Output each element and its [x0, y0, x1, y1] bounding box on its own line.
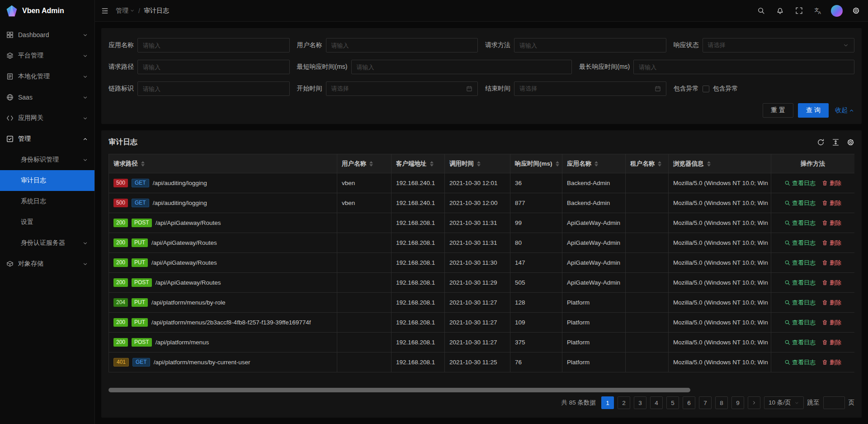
sidebar-item-label: 平台管理 — [18, 52, 78, 60]
storage-icon — [6, 260, 14, 267]
reset-button[interactable]: 重 置 — [763, 103, 793, 118]
delete-button[interactable]: 删除 — [822, 259, 841, 267]
page-button-7[interactable]: 7 — [699, 396, 712, 409]
trace-id-input[interactable] — [137, 81, 290, 96]
view-log-button[interactable]: 查看日志 — [784, 299, 816, 307]
page-button-5[interactable]: 5 — [666, 396, 679, 409]
logo[interactable]: Vben Admin — [0, 0, 94, 22]
delete-button[interactable]: 删除 — [822, 179, 841, 187]
sort-icon[interactable] — [658, 161, 661, 167]
search-button[interactable] — [751, 0, 770, 22]
browser-info-cell: Mozilla/5.0 (Windows NT 10.0; Win — [669, 193, 771, 213]
sidebar-item-platform-management[interactable]: 平台管理 — [0, 45, 94, 66]
refresh-icon[interactable] — [817, 138, 825, 146]
sidebar-item-audit-logs[interactable]: 审计日志 — [0, 170, 94, 191]
page-button-6[interactable]: 6 — [683, 396, 695, 409]
delete-button[interactable]: 删除 — [822, 319, 841, 327]
sidebar-item-dashboard[interactable]: Dashboard — [0, 24, 94, 45]
sort-icon[interactable] — [556, 161, 559, 167]
delete-button[interactable]: 删除 — [822, 239, 841, 247]
scrollbar-thumb[interactable] — [108, 388, 690, 392]
sort-icon[interactable] — [707, 161, 711, 167]
sidebar-item-localization-management[interactable]: 本地化管理 — [0, 66, 94, 87]
column-header-1[interactable]: 请求路径 — [109, 154, 337, 173]
sort-icon[interactable] — [369, 161, 373, 167]
next-page-button[interactable] — [748, 396, 760, 409]
view-log-button[interactable]: 查看日志 — [784, 319, 816, 327]
settings-button[interactable] — [846, 0, 865, 22]
column-header-6[interactable]: 应用名称 — [562, 154, 626, 173]
page-button-8[interactable]: 8 — [715, 396, 728, 409]
response-status-select[interactable]: 请选择 — [703, 38, 855, 52]
menu-fold-button[interactable] — [95, 0, 115, 22]
page-size-select[interactable]: 10 条/页 — [764, 396, 804, 409]
request-path-input[interactable] — [137, 60, 290, 74]
column-header-7[interactable]: 租户名称 — [626, 154, 669, 173]
sidebar-item-app-gateway[interactable]: 应用网关 — [0, 108, 94, 129]
sidebar-item-object-storage[interactable]: 对象存储 — [0, 253, 94, 274]
delete-button[interactable]: 删除 — [822, 358, 841, 367]
pagination: 共 85 条数据12345678910 条/页跳至页 — [108, 392, 854, 413]
column-header-4[interactable]: 调用时间 — [445, 154, 510, 173]
actions-cell: 查看日志删除 — [771, 253, 855, 273]
max-response-time-input[interactable] — [633, 60, 854, 74]
view-log-button[interactable]: 查看日志 — [784, 279, 816, 287]
sidebar-item-identity-management[interactable]: 身份标识管理 — [0, 149, 94, 170]
status-badge: 200 — [113, 278, 128, 287]
notification-button[interactable] — [770, 0, 789, 22]
delete-button[interactable]: 删除 — [822, 279, 841, 287]
view-log-button[interactable]: 查看日志 — [784, 239, 816, 247]
fullscreen-button[interactable] — [789, 0, 808, 22]
page-button-9[interactable]: 9 — [731, 396, 744, 409]
user-name-input[interactable] — [326, 38, 478, 52]
sidebar-item-saas[interactable]: Saas — [0, 87, 94, 108]
view-log-button[interactable]: 查看日志 — [784, 219, 816, 227]
user-menu-button[interactable] — [827, 0, 846, 22]
end-time-picker[interactable]: 请选择 — [514, 81, 666, 96]
app-name-input[interactable] — [137, 38, 290, 52]
sidebar-item-auth-server[interactable]: 身份认证服务器 — [0, 233, 94, 253]
sort-asc-caret — [430, 161, 434, 163]
view-log-button[interactable]: 查看日志 — [784, 259, 816, 267]
sidebar-item-system-logs[interactable]: 系统日志 — [0, 191, 94, 212]
view-log-button[interactable]: 查看日志 — [784, 199, 816, 207]
sort-icon[interactable] — [594, 161, 598, 167]
start-time-picker[interactable]: 请选择 — [326, 81, 478, 96]
sort-icon[interactable] — [430, 161, 434, 167]
sidebar-item-management[interactable]: 管理 — [0, 129, 94, 149]
page-button-4[interactable]: 4 — [650, 396, 663, 409]
http-method-input[interactable] — [514, 38, 666, 52]
row-actions: 查看日志删除 — [776, 319, 850, 327]
sort-icon[interactable] — [477, 161, 481, 167]
sidebar-item-settings[interactable]: 设置 — [0, 212, 94, 233]
column-header-8[interactable]: 浏览器信息 — [669, 154, 771, 173]
view-log-button[interactable]: 查看日志 — [784, 179, 816, 187]
column-header-2[interactable]: 用户名称 — [337, 154, 392, 173]
delete-button[interactable]: 删除 — [822, 299, 841, 307]
page-button-2[interactable]: 2 — [618, 396, 630, 409]
delete-button[interactable]: 删除 — [822, 338, 841, 347]
column-header-3[interactable]: 客户端地址 — [392, 154, 445, 173]
min-response-time-input[interactable] — [351, 60, 572, 74]
sort-icon[interactable] — [141, 161, 145, 167]
field-label: 链路标识 — [108, 85, 134, 93]
has-exception-checkbox[interactable] — [703, 86, 709, 92]
sidebar-item-label: 管理 — [18, 135, 78, 143]
row-height-icon[interactable] — [832, 138, 840, 146]
column-header-5[interactable]: 响应时间(ms) — [510, 154, 562, 173]
client-ip-cell: 192.168.208.1 — [392, 213, 445, 233]
gateway-icon — [6, 114, 14, 122]
page-button-1[interactable]: 1 — [601, 396, 614, 409]
view-log-button[interactable]: 查看日志 — [784, 358, 816, 367]
jump-page-input[interactable] — [823, 396, 845, 409]
locale-button[interactable]: 文A — [808, 0, 827, 22]
breadcrumb-root[interactable]: 管理 — [116, 7, 135, 15]
collapse-link[interactable]: 收起 — [835, 106, 854, 114]
view-log-button[interactable]: 查看日志 — [784, 338, 816, 347]
query-button[interactable]: 查 询 — [798, 103, 829, 118]
horizontal-scrollbar[interactable] — [108, 388, 854, 392]
column-settings-icon[interactable] — [847, 138, 854, 146]
page-button-3[interactable]: 3 — [634, 396, 646, 409]
delete-button[interactable]: 删除 — [822, 199, 841, 207]
delete-button[interactable]: 删除 — [822, 219, 841, 227]
